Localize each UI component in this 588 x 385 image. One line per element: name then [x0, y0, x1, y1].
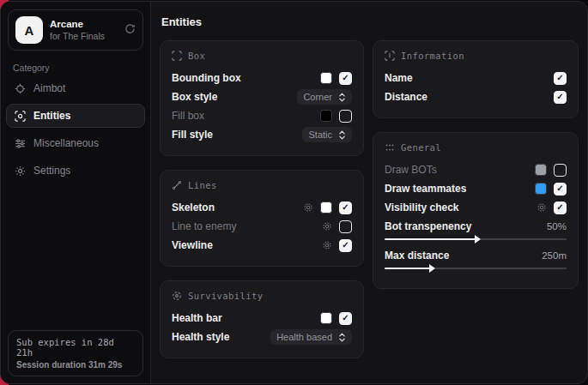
color-swatch[interactable]	[535, 183, 547, 195]
category-label: Category	[13, 63, 150, 73]
setting-row: Health bar ✓	[172, 309, 352, 328]
checkbox[interactable]: ✓	[339, 312, 352, 325]
row-label: Name	[385, 72, 413, 84]
row-gear-icon[interactable]	[322, 221, 332, 232]
row-gear-icon[interactable]	[303, 202, 313, 213]
sliders-icon	[14, 137, 26, 149]
general-card: General Draw BOTs ✓ Draw teammates	[373, 132, 579, 289]
lines-card: Lines Skeleton ✓	[160, 170, 364, 267]
slider-thumb[interactable]	[429, 264, 435, 273]
app-name: Arcane	[50, 18, 118, 30]
sidebar-item-aimbot[interactable]: Aimbot	[6, 76, 145, 100]
survivability-card-header: Survivability	[172, 291, 352, 301]
grid-dots-icon	[385, 142, 395, 153]
chevrons-up-down-icon	[338, 130, 346, 140]
setting-row: Visibility check ✓	[385, 198, 567, 217]
fill-style-dropdown[interactable]: Static	[302, 127, 352, 142]
setting-row: Fill box ✓	[172, 106, 352, 125]
checkbox[interactable]: ✓	[339, 72, 352, 85]
subscription-info-box: Sub expires in 28d 21h Session duration …	[8, 330, 143, 376]
app-logo: A	[15, 16, 43, 44]
row-label: Box style	[172, 91, 217, 103]
sidebar-item-label: Settings	[33, 165, 70, 177]
profile-card: A Arcane for The Finals	[8, 9, 143, 51]
setting-row: Draw teammates ✓	[385, 179, 567, 198]
setting-row: Box style Corner	[172, 87, 352, 106]
sidebar-item-label: Entities	[33, 110, 70, 122]
checkbox[interactable]: ✓	[554, 183, 567, 196]
setting-row: Distance ✓	[385, 87, 567, 106]
page-title: Entities	[161, 15, 579, 28]
checkbox[interactable]: ✓	[339, 110, 352, 123]
checkbox[interactable]: ✓	[554, 72, 567, 85]
checkbox[interactable]: ✓	[339, 202, 352, 214]
color-swatch[interactable]	[320, 72, 332, 84]
dropdown-value: Corner	[303, 92, 332, 102]
checkbox[interactable]: ✓	[554, 91, 567, 104]
sidebar-item-label: Miscellaneous	[33, 137, 99, 149]
sidebar-item-entities[interactable]: Entities	[6, 104, 145, 128]
sidebar-item-settings[interactable]: Settings	[6, 159, 145, 183]
box-card: Box Bounding box ✓ Box style	[160, 40, 364, 156]
diagonal-line-icon	[172, 180, 182, 190]
card-title: Box	[188, 51, 205, 61]
row-label: Health style	[172, 331, 229, 343]
row-label: Distance	[385, 91, 427, 103]
card-title: Survivability	[188, 291, 263, 301]
bot-transpenency-slider[interactable]	[385, 238, 567, 240]
information-card: Information Name ✓ Distance ✓	[373, 40, 579, 118]
chevrons-up-down-icon	[338, 93, 346, 102]
app-window: A Arcane for The Finals Category	[0, 0, 588, 385]
bot-transpenency-slider-row: Bot transpenency 50%	[385, 219, 567, 240]
slider-value: 250m	[542, 250, 567, 261]
color-swatch[interactable]	[320, 312, 332, 324]
dropdown-value: Health based	[276, 332, 332, 342]
row-gear-icon[interactable]	[536, 202, 547, 213]
app-subtitle: for The Finals	[50, 31, 118, 42]
cheat-menu-window: A Arcane for The Finals Category	[0, 1, 588, 384]
setting-row: Viewline ✓	[172, 236, 352, 255]
checkbox[interactable]: ✓	[339, 239, 352, 252]
checkbox[interactable]: ✓	[554, 164, 567, 177]
max-distance-slider[interactable]	[385, 268, 567, 269]
card-title: General	[401, 142, 441, 153]
refresh-icon[interactable]	[124, 23, 136, 37]
row-label: Fill box	[172, 110, 204, 122]
card-title: Lines	[188, 180, 217, 190]
box-brackets-icon	[172, 51, 182, 61]
checkbox[interactable]: ✓	[554, 202, 567, 214]
row-gear-icon[interactable]	[322, 240, 332, 250]
row-label: Viewline	[172, 239, 213, 251]
setting-row: Fill style Static	[172, 125, 352, 144]
health-style-dropdown[interactable]: Health based	[270, 329, 352, 345]
color-swatch[interactable]	[320, 202, 332, 214]
color-swatch[interactable]	[535, 164, 547, 176]
setting-row: Bounding box ✓	[172, 69, 352, 87]
row-label: Health bar	[172, 312, 222, 324]
left-column: Box Bounding box ✓ Box style	[160, 40, 364, 358]
card-title: Information	[401, 51, 464, 61]
slider-thumb[interactable]	[475, 235, 481, 244]
sidebar-item-miscellaneous[interactable]: Miscellaneous	[6, 131, 145, 155]
dropdown-value: Static	[308, 129, 332, 140]
box-style-dropdown[interactable]: Corner	[297, 89, 352, 105]
max-distance-slider-row: Max distance 250m	[385, 248, 567, 269]
info-brackets-icon	[385, 51, 395, 61]
slider-value: 50%	[547, 221, 567, 232]
box-card-header: Box	[172, 51, 352, 61]
checkbox[interactable]: ✓	[339, 220, 352, 233]
crosshair-icon	[14, 82, 26, 94]
sidebar-item-label: Aimbot	[33, 82, 65, 94]
row-label: Fill style	[172, 129, 213, 141]
gear-icon	[14, 165, 26, 177]
right-column: Information Name ✓ Distance ✓	[373, 40, 579, 289]
pulse-circle-icon	[172, 291, 182, 301]
color-swatch[interactable]	[320, 110, 332, 122]
row-label: Draw teammates	[385, 183, 466, 195]
row-label: Bounding box	[172, 72, 241, 84]
slider-fill	[385, 268, 430, 269]
app-title-block: Arcane for The Finals	[50, 18, 118, 42]
sidebar-nav: Aimbot Entities	[1, 76, 150, 183]
slider-label: Bot transpenency	[385, 220, 471, 232]
chevrons-up-down-icon	[338, 333, 346, 342]
